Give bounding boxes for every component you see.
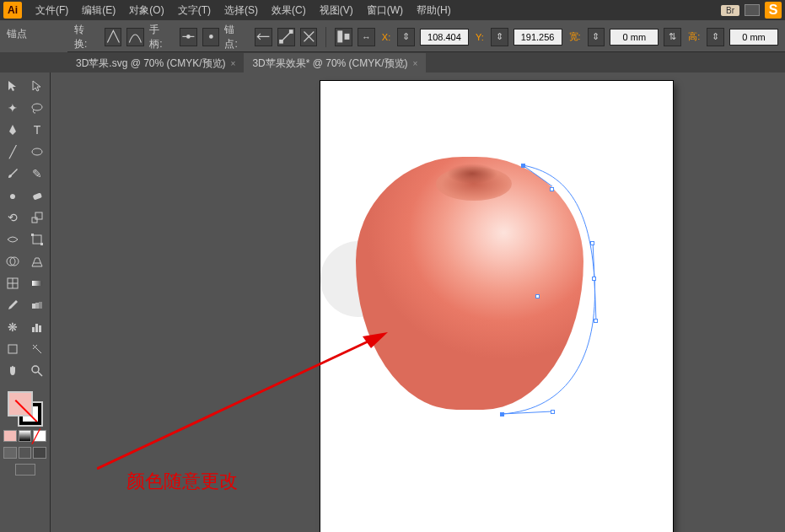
- blob-brush-tool[interactable]: ●: [2, 185, 24, 206]
- layout-icon[interactable]: [745, 4, 760, 16]
- menu-effect[interactable]: 效果(C): [265, 3, 313, 18]
- handle-hide-button[interactable]: [202, 28, 220, 46]
- graph-tool[interactable]: [26, 317, 48, 337]
- svg-rect-14: [40, 243, 43, 245]
- x-label: X:: [382, 32, 390, 42]
- direct-selection-tool[interactable]: [26, 76, 48, 96]
- pen-tool[interactable]: [2, 120, 24, 140]
- svg-rect-13: [31, 234, 34, 236]
- handle-point[interactable]: [551, 410, 555, 414]
- shape-builder-tool[interactable]: [2, 251, 24, 271]
- handle-point[interactable]: [594, 319, 598, 323]
- handle-point[interactable]: [550, 187, 554, 191]
- menu-bar: Ai 文件(F) 编辑(E) 对象(O) 文字(T) 选择(S) 效果(C) 视…: [0, 0, 785, 20]
- artboard-tool[interactable]: [2, 339, 24, 359]
- app-logo: Ai: [3, 2, 22, 19]
- y-stepper-icon[interactable]: ⇕: [491, 28, 508, 46]
- hand-tool[interactable]: [2, 361, 24, 381]
- symbol-tool[interactable]: ❋: [2, 317, 24, 337]
- free-transform-tool[interactable]: [26, 229, 48, 250]
- tab-1[interactable]: 3D苹果效果* @ 70% (CMYK/预览) ×: [244, 53, 426, 74]
- width-tool[interactable]: [2, 229, 24, 250]
- slice-tool[interactable]: [26, 339, 48, 359]
- type-tool[interactable]: T: [26, 120, 48, 140]
- x-input[interactable]: [420, 29, 469, 46]
- align-icon[interactable]: [335, 28, 352, 46]
- handle-show-button[interactable]: [180, 28, 197, 46]
- x-stepper-icon[interactable]: ⇕: [397, 28, 415, 46]
- align-arrow-icon[interactable]: ↔: [358, 28, 375, 46]
- svg-rect-6: [345, 34, 350, 40]
- menu-file[interactable]: 文件(F): [29, 3, 75, 18]
- h-stepper-icon[interactable]: ⇕: [707, 28, 724, 46]
- mini-swatch-none[interactable]: ╱: [33, 430, 46, 442]
- anchor-remove-button[interactable]: [255, 28, 272, 46]
- screen-mode-icon[interactable]: [15, 464, 35, 476]
- convert-smooth-button[interactable]: [126, 28, 144, 46]
- draw-normal-icon[interactable]: [3, 447, 17, 459]
- menu-edit[interactable]: 编辑(E): [75, 3, 122, 18]
- link-wh-icon[interactable]: ⇅: [664, 28, 681, 46]
- mesh-tool[interactable]: [2, 273, 24, 293]
- svg-line-29: [38, 372, 42, 376]
- h-label: 高:: [688, 30, 700, 43]
- svg-rect-11: [35, 212, 42, 219]
- menu-select[interactable]: 选择(S): [218, 3, 265, 18]
- eyedropper-tool[interactable]: [2, 295, 24, 315]
- mini-swatch-gradient[interactable]: [19, 430, 32, 442]
- menu-type[interactable]: 文字(T): [171, 3, 218, 18]
- menu-object[interactable]: 对象(O): [122, 3, 170, 18]
- anchor-cut-button[interactable]: [300, 28, 318, 46]
- svg-point-28: [32, 366, 39, 373]
- svg-line-31: [593, 241, 594, 279]
- menu-help[interactable]: 帮助(H): [410, 3, 458, 18]
- menu-window[interactable]: 窗口(W): [360, 3, 410, 18]
- s-badge-icon: S: [765, 2, 782, 19]
- draw-inside-icon[interactable]: [33, 447, 46, 459]
- mini-swatch-color[interactable]: [3, 430, 17, 442]
- w-input[interactable]: [610, 29, 659, 46]
- anchor-connect-button[interactable]: [277, 28, 295, 46]
- artboard[interactable]: X I 网 system.com: [320, 81, 673, 532]
- anchor-point[interactable]: [592, 277, 596, 281]
- svg-rect-10: [32, 218, 37, 223]
- draw-behind-icon[interactable]: [19, 447, 32, 459]
- apple-shape[interactable]: [356, 157, 592, 418]
- scale-tool[interactable]: [26, 207, 48, 228]
- bridge-icon[interactable]: Br: [721, 5, 739, 16]
- ellipse-tool[interactable]: [26, 142, 48, 162]
- convert-corner-button[interactable]: [105, 28, 122, 46]
- svg-rect-4: [289, 30, 293, 34]
- tab-0[interactable]: 3D苹果.svg @ 70% (CMYK/预览) ×: [67, 53, 244, 74]
- lasso-tool[interactable]: [26, 98, 48, 118]
- gradient-tool[interactable]: [26, 273, 48, 293]
- h-input[interactable]: [729, 29, 778, 46]
- w-stepper-icon[interactable]: ⇕: [588, 28, 605, 46]
- close-icon[interactable]: ×: [231, 59, 236, 68]
- perspective-tool[interactable]: [26, 251, 48, 271]
- blend-tool[interactable]: [26, 295, 48, 315]
- svg-rect-26: [39, 325, 41, 332]
- close-icon[interactable]: ×: [413, 59, 418, 68]
- svg-rect-3: [279, 40, 283, 44]
- selection-tool[interactable]: [2, 76, 24, 96]
- menu-view[interactable]: 视图(V): [313, 3, 360, 18]
- anchor-label: 锚点:: [224, 23, 246, 51]
- center-point[interactable]: [535, 294, 540, 298]
- anchor-point[interactable]: [500, 412, 504, 416]
- eraser-tool[interactable]: [26, 185, 48, 206]
- brush-tool[interactable]: [2, 164, 24, 184]
- rotate-tool[interactable]: ⟲: [2, 207, 24, 228]
- canvas-area[interactable]: X I 网 system.com: [51, 73, 785, 532]
- anchor-point[interactable]: [521, 164, 525, 168]
- svg-rect-9: [33, 192, 42, 200]
- pencil-tool[interactable]: ✎: [26, 164, 48, 184]
- svg-rect-20: [32, 281, 42, 286]
- line-tool[interactable]: ╱: [2, 142, 24, 162]
- control-bar: 转换: 手柄: 锚点: ↔ X: ⇕ Y: ⇕ 宽: ⇕ ⇅ 高: ⇕: [67, 22, 785, 52]
- magic-wand-tool[interactable]: ✦: [2, 98, 24, 118]
- zoom-tool[interactable]: [26, 361, 48, 381]
- y-input[interactable]: [513, 29, 562, 46]
- svg-rect-24: [32, 327, 35, 332]
- handle-point[interactable]: [590, 241, 594, 245]
